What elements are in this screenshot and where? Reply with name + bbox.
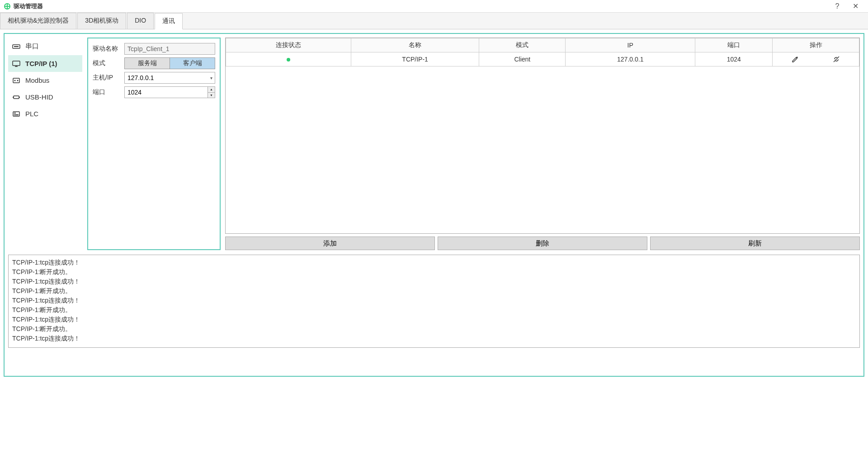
svg-rect-8: [13, 78, 19, 83]
edit-icon[interactable]: [791, 55, 799, 63]
sidebar-item-label: USB-HID: [25, 93, 53, 101]
serial-icon: [12, 43, 21, 50]
col-ip: IP: [566, 38, 695, 52]
cell-ip: 127.0.0.1: [566, 52, 695, 66]
mode-client-button[interactable]: 客户端: [170, 57, 215, 69]
driver-name-input[interactable]: [124, 43, 215, 55]
sidebar-item-label: TCP/IP (1): [25, 60, 57, 67]
sidebar-item-serial[interactable]: 串口: [8, 38, 82, 55]
app-icon: [4, 3, 11, 10]
svg-rect-12: [13, 97, 14, 98]
svg-rect-16: [14, 114, 19, 115]
plc-icon: [12, 110, 21, 118]
svg-point-9: [14, 80, 16, 81]
table-area: 连接状态 名称 模式 IP 端口 操作 TCP/IP-1 Client: [225, 38, 860, 250]
content-panel: 串口 TCP/IP (1) Modbus USB-HID: [4, 33, 864, 377]
log-panel[interactable]: TCP/IP-1:tcp连接成功！ TCP/IP-1:断开成功。 TCP/IP-…: [8, 255, 860, 348]
port-label: 端口: [93, 88, 124, 96]
sidebar-item-modbus[interactable]: Modbus: [8, 72, 82, 89]
log-line: TCP/IP-1:tcp连接成功！: [12, 277, 856, 286]
col-port: 端口: [695, 38, 773, 52]
svg-rect-4: [14, 46, 19, 47]
sidebar-item-plc[interactable]: PLC: [8, 105, 82, 122]
log-line: TCP/IP-1:tcp连接成功！: [12, 315, 856, 324]
protocol-sidebar: 串口 TCP/IP (1) Modbus USB-HID: [8, 38, 83, 250]
cell-status: [226, 52, 351, 66]
monitor-icon: [12, 60, 21, 67]
mode-label: 模式: [93, 59, 124, 67]
usb-icon: [12, 94, 21, 101]
titlebar: 驱动管理器 ? ✕: [0, 0, 868, 13]
host-input[interactable]: [124, 72, 215, 84]
refresh-button[interactable]: 刷新: [650, 237, 860, 250]
form-panel: 驱动名称 模式 服务端 客户端 主机/IP ▾ 端口: [87, 38, 221, 250]
log-line: TCP/IP-1:断开成功。: [12, 286, 856, 296]
log-line: TCP/IP-1:tcp连接成功！: [12, 258, 856, 267]
port-step-up[interactable]: ▲: [208, 87, 215, 93]
log-line: TCP/IP-1:断开成功。: [12, 267, 856, 277]
tab-dio[interactable]: DIO: [127, 13, 154, 29]
col-mode: 模式: [479, 38, 566, 52]
main-tabs: 相机驱动&光源控制器 3D相机驱动 DIO 通讯: [0, 13, 868, 29]
log-line: TCP/IP-1:tcp连接成功！: [12, 296, 856, 305]
svg-rect-15: [14, 113, 16, 114]
col-status: 连接状态: [226, 38, 351, 52]
tab-communication[interactable]: 通讯: [155, 13, 183, 29]
svg-rect-13: [19, 97, 20, 98]
port-step-down[interactable]: ▼: [208, 93, 215, 98]
log-line: TCP/IP-1:tcp连接成功！: [12, 334, 856, 343]
svg-point-10: [17, 80, 19, 81]
mode-toggle: 服务端 客户端: [124, 57, 215, 69]
tab-3d-camera[interactable]: 3D相机驱动: [77, 13, 126, 29]
sidebar-item-label: PLC: [25, 110, 38, 118]
port-input[interactable]: [124, 86, 215, 98]
main-grid: 串口 TCP/IP (1) Modbus USB-HID: [8, 38, 860, 250]
tab-camera-driver[interactable]: 相机驱动&光源控制器: [0, 13, 76, 29]
disconnect-icon[interactable]: [832, 55, 840, 63]
mode-server-button[interactable]: 服务端: [124, 57, 170, 69]
help-button[interactable]: ?: [828, 2, 846, 10]
table-row[interactable]: TCP/IP-1 Client 127.0.0.1 1024: [226, 52, 859, 66]
cell-action: [773, 52, 859, 66]
svg-rect-5: [13, 61, 20, 66]
cell-mode: Client: [479, 52, 566, 66]
svg-rect-11: [14, 96, 19, 99]
sidebar-item-label: Modbus: [25, 76, 49, 84]
cell-port: 1024: [695, 52, 773, 66]
log-line: TCP/IP-1:断开成功。: [12, 305, 856, 315]
driver-name-label: 驱动名称: [93, 45, 124, 53]
col-name: 名称: [351, 38, 479, 52]
sidebar-item-usbhid[interactable]: USB-HID: [8, 89, 82, 105]
delete-button[interactable]: 删除: [438, 237, 647, 250]
sidebar-item-tcpip[interactable]: TCP/IP (1): [8, 55, 82, 72]
col-action: 操作: [773, 38, 859, 52]
add-button[interactable]: 添加: [225, 237, 435, 250]
window-title: 驱动管理器: [14, 2, 828, 10]
modbus-icon: [12, 77, 21, 84]
log-line: TCP/IP-1:断开成功。: [12, 324, 856, 334]
button-row: 添加 删除 刷新: [225, 237, 860, 250]
connection-table: 连接状态 名称 模式 IP 端口 操作 TCP/IP-1 Client: [225, 38, 860, 234]
svg-rect-14: [13, 112, 19, 116]
close-button[interactable]: ✕: [846, 2, 864, 10]
sidebar-item-label: 串口: [25, 42, 39, 51]
host-label: 主机/IP: [93, 74, 124, 82]
cell-name: TCP/IP-1: [351, 52, 479, 66]
status-dot-icon: [287, 58, 290, 62]
